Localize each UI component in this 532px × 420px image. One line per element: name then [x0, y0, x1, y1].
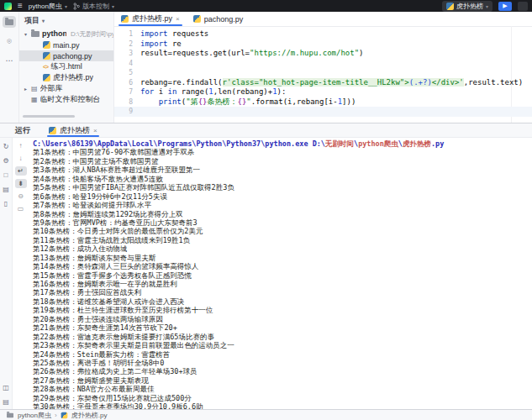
vcs-widget[interactable]: 版本控制 ▾ [73, 2, 114, 11]
line-number[interactable]: 8 [114, 97, 140, 108]
console-output-line: 第14条热榜：奥特森湖人三巨头的篮球频率高得惊人 [33, 262, 532, 270]
tree-item-python爬虫[interactable]: ▾python爬虫D:\无剧时间\python爬虫 [19, 29, 113, 39]
line-number[interactable]: 6 [114, 78, 140, 88]
pycharm-window: ≡ python爬虫 ▾ 版本控制 ▾ 虎扑热榜 ▾ ▶ ⌾⋯ [0, 0, 532, 420]
breadcrumb-separator: › [55, 412, 57, 419]
command-segment: python爬虫 [358, 139, 398, 148]
tree-item-path: D:\无剧时间\python爬虫 [71, 29, 113, 39]
console-output-line: 第3条热榜：湖人NBA杯赛胜率超过雄鹿升至联盟第一 [33, 165, 532, 174]
stop-icon[interactable]: □ [4, 171, 8, 179]
run-panel-body: ↻⚙□▤▯◫▤ ↑↓↵⇟⊖▭ C:\Users\86139\AppData\Lo… [0, 138, 532, 411]
code-token: rebang=re.findall( [140, 78, 223, 87]
project-panel-scrollbar[interactable] [23, 115, 75, 118]
code-line: 1import requests [114, 29, 532, 39]
run-tab[interactable]: 虎扑热榜 × [44, 123, 103, 137]
commit-icon[interactable]: ⌾ [3, 35, 16, 47]
run-panel-title[interactable]: 运行 [15, 125, 30, 136]
code-line: 4 [114, 59, 532, 69]
tree-item-pachong.py[interactable]: pachong.py [19, 50, 113, 61]
tree-item-label: 练习.html [50, 61, 82, 72]
line-number[interactable]: 4 [114, 59, 140, 69]
code-token: print [159, 97, 182, 106]
clear-icon[interactable]: ▭ [15, 204, 27, 213]
run-button[interactable]: ▶ [498, 2, 512, 11]
line-number[interactable]: 5 [114, 68, 140, 78]
editor-tab-pachong.py[interactable]: pachong.py [187, 12, 250, 26]
line-number[interactable]: 1 [114, 29, 140, 39]
project-icon[interactable] [3, 16, 16, 28]
console-output-line: 第2条热榜：中国男篮主场不敌韩国男篮 [33, 157, 532, 165]
workspace-top: ⌾⋯ 项目 ▾ ▾python爬虫D:\无剧时间\python爬虫main.py… [0, 12, 532, 123]
code-editor[interactable]: 1import requests2import re3result=reques… [114, 27, 532, 117]
services-icon[interactable]: ▤ [3, 398, 9, 406]
console-output-line: 第12条热榜：成功入住动物城 [33, 244, 532, 253]
console-output-line: 第9条热榜：官网MVP榜：约基奇亚历山大东契奇前3 [33, 218, 532, 227]
console-output-line: 第13条热榜：詹姆斯谈东契奇与里夫斯 [33, 254, 532, 262]
console-output-line: 第20条热榜：勇士强谈连续两场输球原因 [33, 315, 532, 323]
console-output-line: 第19条热榜：杜兰特生涯进球数升至历史排行榜第十一位 [33, 306, 532, 314]
html-file-icon: <> [43, 64, 48, 70]
console-output-line: 第4条热榜：快船客场不敌热火遭遇5连败 [33, 175, 532, 183]
tree-item-label: 外部库 [40, 83, 63, 94]
run-configuration-selector[interactable]: 虎扑热榜 ▾ [442, 1, 492, 12]
print-icon[interactable]: ⊖ [15, 192, 27, 201]
project-panel-header[interactable]: 项目 ▾ [19, 12, 113, 29]
tree-item-临时文件和控制台[interactable]: ▦临时文件和控制台 [19, 94, 113, 105]
pin-icon[interactable]: ▯ [4, 200, 8, 207]
up-stacktrace-icon[interactable]: ↑ [15, 141, 27, 150]
run-console[interactable]: C:\Users\86139\AppData\Local\Programs\Py… [29, 138, 532, 411]
tree-item-外部库[interactable]: ▸▤外部库 [19, 83, 113, 94]
editor-tab-虎扑热榜.py[interactable]: 虎扑热榜.py× [114, 12, 187, 26]
console-output-line: 第7条热榜：哈登谈如何提升球队水平 [33, 201, 532, 209]
console-output-line: 第22条热榜：雷迪克表示詹姆斯未提要打满65场比赛的事 [33, 333, 532, 341]
breadcrumb-file[interactable]: 虎扑热榜.py [71, 411, 108, 420]
python-file-icon [446, 3, 454, 10]
command-segment: 无剧时间 [325, 139, 354, 148]
down-stacktrace-icon[interactable]: ↓ [15, 154, 27, 163]
layout-icon[interactable]: ▤ [3, 186, 9, 193]
more-actions-button[interactable] [518, 2, 528, 11]
tree-item-练习.html[interactable]: <>练习.html [19, 61, 113, 72]
line-number[interactable]: 9 [114, 107, 140, 117]
code-token: (.+?) [409, 78, 432, 87]
code-token: ,result.text) [464, 78, 523, 87]
rerun-icon[interactable]: ↻ [3, 143, 9, 150]
line-number[interactable]: 2 [114, 39, 140, 50]
soft-wrap-icon[interactable]: ↵ [15, 166, 27, 176]
chevron-icon[interactable]: ▸ [23, 86, 29, 92]
library-icon: ▤ [31, 85, 38, 92]
project-tree: ▾python爬虫D:\无剧时间\python爬虫main.pypachong.… [19, 29, 113, 105]
tree-item-虎扑热榜.py[interactable]: 虎扑热榜.py [19, 72, 113, 83]
console-output-line: 第10条热榜：今日勇士对阵火箭的最低票价仅为2美元 [33, 227, 532, 235]
code-token: for [140, 87, 154, 96]
settings-icon[interactable]: ⚙ [3, 157, 8, 165]
line-number[interactable]: 3 [114, 49, 140, 59]
breadcrumb-project[interactable]: python爬虫 [18, 411, 51, 420]
run-configuration-label: 虎扑热榜 [456, 2, 483, 11]
project-widget[interactable]: python爬虫 ▾ [29, 2, 67, 11]
scratches-icon: ▦ [31, 96, 38, 103]
chevron-down-icon: ▾ [42, 18, 45, 24]
console-toolbar: ↑↓↵⇟⊖▭ [13, 138, 29, 411]
scroll-to-end-icon[interactable]: ⇟ [15, 179, 27, 188]
tree-item-main.py[interactable]: main.py [19, 39, 113, 50]
line-number[interactable]: 7 [114, 87, 140, 97]
code-token: {} [237, 97, 246, 106]
tree-item-label: python爬虫 [42, 29, 66, 39]
more-tools-icon[interactable]: ⋯ [3, 55, 16, 66]
editor-tabs: 虎扑热榜.py×pachong.py [114, 12, 532, 27]
problems-icon[interactable]: ◫ [3, 384, 9, 391]
close-icon[interactable]: × [93, 127, 97, 134]
main-menu-icon[interactable]: ≡ [18, 2, 23, 10]
vcs-widget-label: 版本控制 [82, 2, 109, 11]
close-icon[interactable]: × [176, 15, 180, 23]
code-line: 3result=requests.get(url="https://m.hupu… [114, 49, 532, 59]
python-file-icon [61, 412, 67, 418]
chevron-icon[interactable]: ▾ [23, 31, 29, 37]
tree-item-label: 虎扑热榜.py [53, 72, 93, 83]
code-token: r'class="hot_hot-page-item-title__HL2kw"… [223, 78, 409, 87]
folder-icon [31, 31, 40, 37]
editor-tab-label: pachong.py [204, 15, 244, 24]
code-line: 5 [114, 68, 532, 78]
code-token: result=requests.get(url= [140, 49, 250, 57]
